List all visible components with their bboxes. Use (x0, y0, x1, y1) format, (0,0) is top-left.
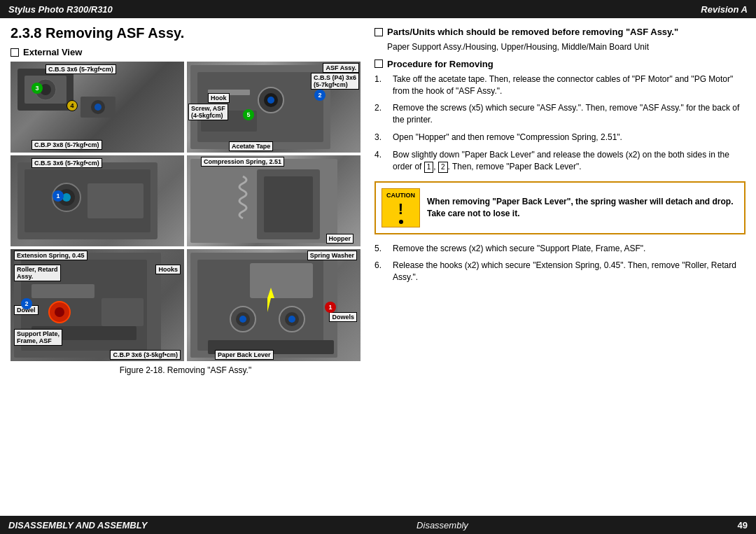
footer-right: 49 (738, 520, 748, 531)
footer-center: Disassembly (416, 520, 468, 531)
checkbox-procedure-icon (374, 59, 383, 68)
printer-photo-5: Extension Spring, 0.45 Roller, RetardAss… (10, 249, 184, 361)
procedure-header: Procedure for Removing (374, 59, 746, 69)
checkbox-parts-icon (374, 28, 383, 36)
label-paper-back-lever: Paper Back Lever (215, 350, 274, 360)
label-compression-spring: Compression Spring, 2.51 (201, 157, 284, 167)
label-cbs-3x6-top: C.B.S 3x6 (5-7kgf•cm) (46, 64, 116, 74)
printer-photo-4: Compression Spring, 2.51 Hopper (187, 155, 360, 246)
image-1: C.B.S 3x6 (5-7kgf•cm) C.B.P 3x8 (5-7kgf•… (10, 62, 184, 153)
image-3: C.B.S 3x6 (5-7kgf•cm) 1 (10, 155, 184, 246)
procedure-list: Take off the acetate tape. Then, release… (374, 73, 746, 173)
procedure-header-text: Procedure for Removing (387, 59, 493, 69)
left-column: 2.3.8 Removing ASF Assy. External View (10, 25, 360, 509)
label-hopper: Hopper (326, 234, 354, 244)
label-hooks: Hooks (155, 265, 181, 274)
svg-point-26 (55, 307, 64, 317)
caution-text: When removing "Paper Back Lever", the sp… (427, 196, 738, 220)
header: Stylus Photo R300/R310 Revision A (0, 0, 756, 18)
label-screw-asf: Screw, ASF(4-5kgfcm) (188, 104, 228, 120)
procedure-list-cont: Remove the screws (x2) which secure "Sup… (374, 243, 746, 283)
label-support-plate: Support Plate,Frame, ASF (14, 329, 62, 346)
step-4-text: Bow slightly down "Paper Back Lever" and… (393, 149, 746, 173)
header-title: Stylus Photo R300/R310 (8, 4, 113, 15)
footer-left: DISASSEMBLY AND ASSEMBLY (8, 520, 147, 531)
label-hook: Hook (208, 93, 230, 103)
step-2: Remove the screws (x5) which secure "ASF… (374, 102, 746, 126)
parts-header-text: Parts/Units which should be removed befo… (387, 27, 678, 37)
image-4: Compression Spring, 2.51 Hopper (187, 155, 360, 246)
parts-header: Parts/Units which should be removed befo… (374, 27, 746, 37)
svg-rect-19 (88, 183, 144, 218)
section-title: 2.3.8 Removing ASF Assy. (10, 25, 360, 41)
num-3: 3 (31, 83, 43, 94)
svg-point-6 (94, 104, 102, 111)
label-spring-washer: Spring Washer (307, 251, 357, 260)
caution-dot-icon (399, 220, 403, 224)
svg-rect-22 (264, 176, 313, 232)
num-4: 4 (66, 100, 78, 111)
page: Stylus Photo R300/R310 Revision A 2.3.8 … (0, 0, 756, 534)
image-grid: C.B.S 3x6 (5-7kgf•cm) C.B.P 3x8 (5-7kgf•… (10, 62, 360, 361)
step-4: Bow slightly down "Paper Back Lever" and… (374, 149, 746, 173)
printer-photo-1: C.B.S 3x6 (5-7kgf•cm) C.B.P 3x8 (5-7kgf•… (10, 62, 184, 153)
svg-rect-27 (31, 284, 94, 298)
num-1-img6: 1 (325, 302, 336, 313)
label-cbp-3x6: C.B.P 3x6 (3-5kgf•cm) (110, 350, 181, 360)
num-1-img3: 1 (52, 190, 64, 202)
svg-point-34 (239, 316, 246, 323)
step-1: Take off the acetate tape. Then, release… (374, 73, 746, 97)
step-3: Open "Hopper" and then remove "Compressi… (374, 132, 746, 143)
label-extension-spring: Extension Spring, 0.45 (14, 251, 88, 260)
step-6: Release the hooks (x2) which secure "Ext… (374, 260, 746, 283)
step-1-text: Take off the acetate tape. Then, release… (393, 73, 746, 97)
num-2-top: 2 (314, 90, 326, 101)
svg-point-37 (288, 316, 295, 323)
label-asf-assy: ASF Assy. (323, 63, 359, 73)
printer-photo-6: Spring Washer Dowels Paper Back Lever 1 (187, 249, 360, 361)
label-acetate-tape: Acetate Tape (229, 141, 273, 151)
label-cbp-3x8: C.B.P 3x8 (5-7kgf•cm) (31, 140, 102, 150)
svg-rect-38 (250, 263, 313, 298)
caution-word: CAUTION (386, 192, 415, 199)
label-roller-retard: Roller, RetardAssy. (14, 265, 61, 281)
caution-exclaim-icon: ! (398, 202, 403, 217)
num-2-img5: 2 (21, 298, 32, 309)
label-cbs-3x6-img3: C.B.S 3x6 (5-7kgf•cm) (31, 158, 102, 168)
figure-caption: Figure 2-18. Removing "ASF Assy." (10, 365, 360, 375)
caution-box: CAUTION ! When removing "Paper Back Leve… (374, 181, 746, 234)
svg-rect-29 (102, 298, 144, 326)
step-5-text: Remove the screws (x2) which secure "Sup… (393, 243, 645, 255)
image-2: ASF Assy. C.B.S (P4) 3x6(5-7kgf•cm) Hook… (187, 62, 360, 153)
right-column: Parts/Units which should be removed befo… (374, 25, 746, 509)
parts-text: Paper Support Assy./Housing, Upper/Housi… (387, 41, 746, 53)
label-dowels: Dowels (329, 312, 357, 322)
image-5: Extension Spring, 0.45 Roller, RetardAss… (10, 249, 184, 361)
step-6-text: Release the hooks (x2) which secure "Ext… (393, 260, 746, 283)
printer-photo-2: ASF Assy. C.B.S (P4) 3x6(5-7kgf•cm) Hook… (187, 62, 360, 153)
main-content: 2.3.8 Removing ASF Assy. External View (0, 18, 756, 516)
step-2-text: Remove the screws (x5) which secure "ASF… (393, 102, 746, 126)
image-6: Spring Washer Dowels Paper Back Lever 1 (187, 249, 360, 361)
num-5: 5 (243, 109, 254, 120)
step-5: Remove the screws (x2) which secure "Sup… (374, 243, 746, 255)
printer-photo-3: C.B.S 3x6 (5-7kgf•cm) 1 (10, 155, 184, 246)
header-revision: Revision A (701, 4, 748, 15)
checkbox-icon (10, 48, 19, 57)
external-view-header: External View (10, 47, 360, 57)
svg-point-11 (267, 97, 274, 104)
footer: DISASSEMBLY AND ASSEMBLY Disassembly 49 (0, 516, 756, 534)
label-cbs-p4: C.B.S (P4) 3x6(5-7kgf•cm) (311, 73, 359, 90)
caution-label: CAUTION ! (382, 188, 420, 227)
step-3-text: Open "Hopper" and then remove "Compressi… (393, 132, 622, 143)
